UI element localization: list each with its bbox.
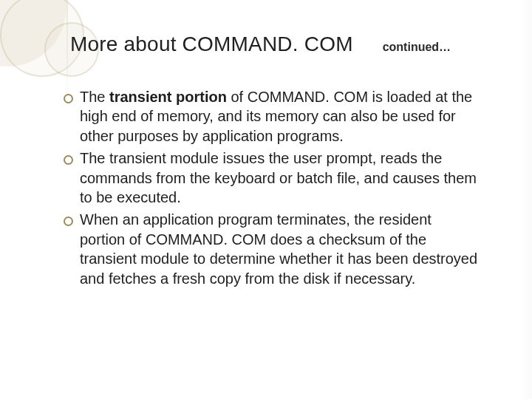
slide-body: The transient portion of COMMAND. COM is… <box>59 87 480 291</box>
list-item: The transient portion of COMMAND. COM is… <box>59 87 480 146</box>
slide-title: More about COMMAND. COM <box>70 33 353 56</box>
bullet-list: The transient portion of COMMAND. COM is… <box>59 87 480 288</box>
bullet-text-bold: transient portion <box>109 89 227 105</box>
list-item: When an application program terminates, … <box>59 210 480 288</box>
title-row: More about COMMAND. COM continued… <box>70 33 488 56</box>
bullet-text-pre: The <box>80 89 109 105</box>
continued-label: continued… <box>383 41 451 54</box>
bullet-text: When an application program terminates, … <box>80 211 477 286</box>
right-edge-accent <box>520 0 532 399</box>
slide: More about COMMAND. COM continued… The t… <box>0 0 532 399</box>
deco-circle <box>0 0 66 66</box>
bullet-text: The transient module issues the user pro… <box>80 150 477 205</box>
list-item: The transient module issues the user pro… <box>59 149 480 207</box>
